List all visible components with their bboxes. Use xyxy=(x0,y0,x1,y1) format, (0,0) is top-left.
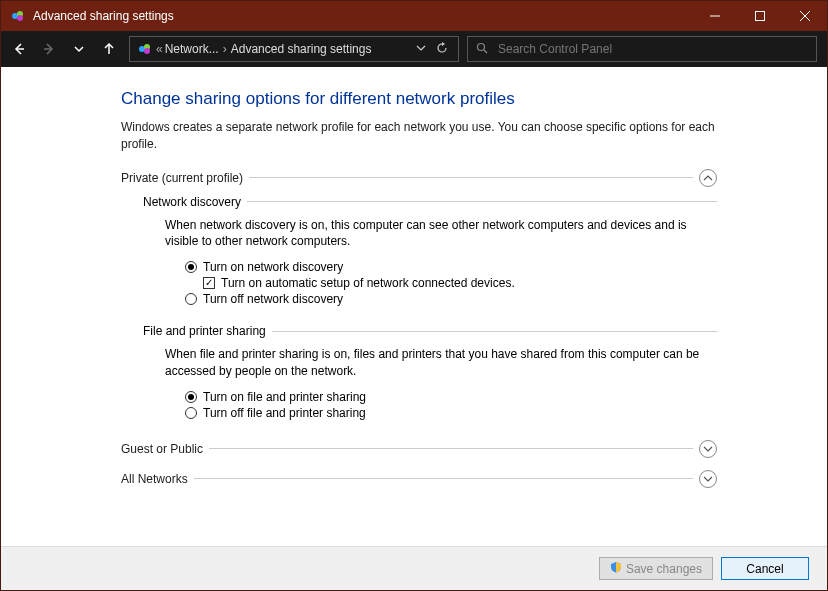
radio-fileprint-on[interactable]: Turn on file and printer sharing xyxy=(185,390,717,404)
window-controls xyxy=(692,1,827,31)
radio-label: Turn off network discovery xyxy=(203,292,343,306)
search-icon xyxy=(476,42,488,57)
back-button[interactable] xyxy=(5,35,33,63)
network-discovery-group: Network discovery When network discovery… xyxy=(143,195,717,307)
forward-button[interactable] xyxy=(35,35,63,63)
divider xyxy=(194,478,693,479)
breadcrumb[interactable]: « Network... › Advanced sharing settings xyxy=(129,36,459,62)
divider xyxy=(272,331,717,332)
window: Advanced sharing settings « Network... ›… xyxy=(0,0,828,591)
cancel-label: Cancel xyxy=(746,562,783,576)
radio-discovery-on[interactable]: Turn on network discovery xyxy=(185,260,717,274)
breadcrumb-item-current[interactable]: Advanced sharing settings xyxy=(231,42,372,56)
section-all-header[interactable]: All Networks xyxy=(121,470,717,488)
search-box[interactable] xyxy=(467,36,817,62)
content-area: Change sharing options for different net… xyxy=(1,67,827,546)
chevron-down-icon[interactable] xyxy=(699,440,717,458)
radio-icon xyxy=(185,261,197,273)
chevron-right-icon: › xyxy=(223,42,227,56)
file-printer-desc: When file and printer sharing is on, fil… xyxy=(165,346,717,380)
radio-label: Turn on file and printer sharing xyxy=(203,390,366,404)
titlebar: Advanced sharing settings xyxy=(1,1,827,31)
svg-rect-4 xyxy=(755,12,764,21)
divider xyxy=(247,201,717,202)
search-input[interactable] xyxy=(498,42,808,56)
section-guest-header[interactable]: Guest or Public xyxy=(121,440,717,458)
svg-point-13 xyxy=(478,43,485,50)
chevron-down-icon[interactable] xyxy=(699,470,717,488)
checkbox-icon xyxy=(203,277,215,289)
window-title: Advanced sharing settings xyxy=(33,9,692,23)
save-changes-button[interactable]: Save changes xyxy=(599,557,713,580)
network-discovery-title: Network discovery xyxy=(143,195,241,209)
page-heading: Change sharing options for different net… xyxy=(121,89,717,109)
divider xyxy=(249,177,693,178)
svg-point-2 xyxy=(17,15,23,21)
cancel-button[interactable]: Cancel xyxy=(721,557,809,580)
radio-discovery-off[interactable]: Turn off network discovery xyxy=(185,292,717,306)
minimize-button[interactable] xyxy=(692,1,737,31)
maximize-button[interactable] xyxy=(737,1,782,31)
network-discovery-desc: When network discovery is on, this compu… xyxy=(165,217,717,251)
section-private-header[interactable]: Private (current profile) xyxy=(121,169,717,187)
divider xyxy=(209,448,693,449)
breadcrumb-icon xyxy=(138,42,152,56)
radio-icon xyxy=(185,391,197,403)
section-all-label: All Networks xyxy=(121,472,188,486)
footer: Save changes Cancel xyxy=(1,546,827,590)
refresh-button[interactable] xyxy=(436,42,448,57)
breadcrumb-item-network[interactable]: Network... xyxy=(165,42,219,56)
app-icon xyxy=(9,7,27,25)
file-printer-title: File and printer sharing xyxy=(143,324,266,338)
chevron-up-icon[interactable] xyxy=(699,169,717,187)
checkbox-label: Turn on automatic setup of network conne… xyxy=(221,276,515,290)
svg-point-12 xyxy=(144,48,150,54)
breadcrumb-prefix: « xyxy=(156,42,163,56)
radio-icon xyxy=(185,407,197,419)
checkbox-auto-setup[interactable]: Turn on automatic setup of network conne… xyxy=(203,276,717,290)
recent-locations-button[interactable] xyxy=(65,35,93,63)
svg-line-14 xyxy=(484,50,487,53)
save-label: Save changes xyxy=(626,562,702,576)
breadcrumb-dropdown-icon[interactable] xyxy=(416,42,426,56)
navbar: « Network... › Advanced sharing settings xyxy=(1,31,827,67)
up-button[interactable] xyxy=(95,35,123,63)
file-printer-group: File and printer sharing When file and p… xyxy=(143,324,717,420)
page-description: Windows creates a separate network profi… xyxy=(121,119,717,153)
radio-label: Turn on network discovery xyxy=(203,260,343,274)
shield-icon xyxy=(610,561,622,576)
section-guest-label: Guest or Public xyxy=(121,442,203,456)
radio-icon xyxy=(185,293,197,305)
radio-label: Turn off file and printer sharing xyxy=(203,406,366,420)
close-button[interactable] xyxy=(782,1,827,31)
section-private-label: Private (current profile) xyxy=(121,171,243,185)
radio-fileprint-off[interactable]: Turn off file and printer sharing xyxy=(185,406,717,420)
